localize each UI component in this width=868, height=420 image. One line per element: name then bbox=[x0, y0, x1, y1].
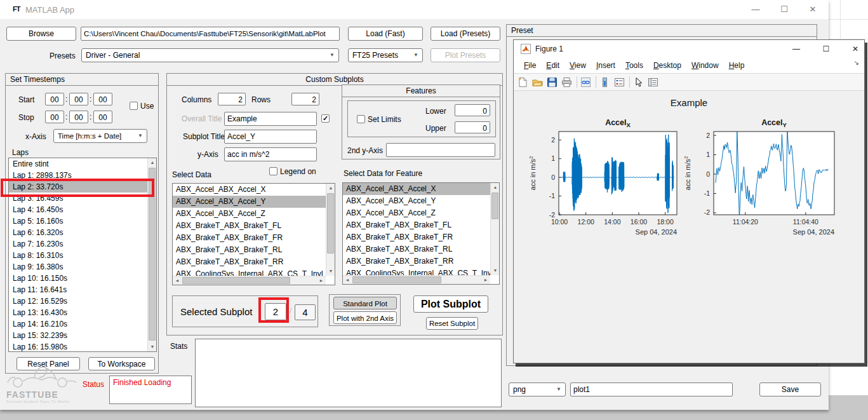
overall-title-checkbox[interactable]: ✓ bbox=[321, 114, 330, 123]
list-item[interactable]: ABX_Accel_ABX_Accel_Y bbox=[343, 195, 490, 207]
figure-minimize-button[interactable]: — bbox=[785, 40, 807, 58]
stop-minutes-field[interactable]: 00 bbox=[69, 111, 88, 123]
list-item[interactable]: ABX_BrakeT_ABX_BrakeT_RL bbox=[173, 244, 326, 256]
legend-on-checkbox[interactable] bbox=[269, 167, 277, 175]
ft25-presets-dropdown[interactable]: FT25 Presets ▼ bbox=[348, 48, 423, 62]
scrollbar-thumb[interactable] bbox=[182, 277, 290, 284]
preset-dropdown[interactable]: Driver - General ▼ bbox=[81, 48, 339, 62]
list-item[interactable]: Lap 10: 16.150s bbox=[9, 273, 147, 284]
scroll-right-icon[interactable]: ► bbox=[481, 276, 490, 285]
list-item[interactable]: ABX_BrakeT_ABX_BrakeT_RL bbox=[343, 243, 490, 255]
new-figure-icon[interactable] bbox=[517, 77, 528, 88]
app-minimize-button[interactable]: — bbox=[742, 0, 770, 19]
overall-title-field[interactable]: Example bbox=[224, 112, 317, 126]
list-item[interactable]: Lap 13: 16.430s bbox=[9, 307, 147, 318]
print-figure-icon[interactable] bbox=[561, 77, 572, 88]
list-item[interactable]: ABX_Accel_ABX_Accel_Z bbox=[173, 208, 326, 220]
menu-desktop[interactable]: Desktop bbox=[648, 58, 686, 74]
reset-subplot-button[interactable]: Reset Subplot bbox=[426, 317, 478, 330]
menu-view[interactable]: View bbox=[564, 58, 591, 74]
save-figure-icon[interactable] bbox=[547, 77, 558, 88]
scroll-down-icon[interactable]: ▼ bbox=[326, 267, 335, 276]
feature-hscrollbar[interactable]: ◄ ► bbox=[343, 275, 490, 284]
app-close-button[interactable]: ✕ bbox=[799, 0, 827, 19]
figure-maximize-button[interactable]: ☐ bbox=[815, 40, 837, 58]
scroll-left-icon[interactable]: ◄ bbox=[343, 276, 352, 285]
list-item[interactable]: Lap 12: 16.529s bbox=[9, 295, 147, 307]
link-plot-icon[interactable] bbox=[580, 77, 591, 88]
list-item[interactable]: Lap 14: 16.210s bbox=[9, 318, 147, 330]
scrollbar-thumb[interactable] bbox=[491, 193, 498, 219]
browse-button[interactable]: Browse bbox=[6, 27, 76, 41]
list-item[interactable]: ABX_Accel_ABX_Accel_X bbox=[343, 183, 490, 195]
list-item[interactable]: Lap 2: 33.720s bbox=[9, 181, 147, 193]
filename-input[interactable]: plot1 bbox=[570, 383, 733, 396]
feature-vscrollbar[interactable]: ▲ ▼ bbox=[490, 183, 499, 275]
save-button[interactable]: Save bbox=[759, 383, 821, 396]
property-inspector-icon[interactable] bbox=[648, 77, 658, 88]
laps-scrollbar[interactable]: ▲ ▼ bbox=[147, 158, 156, 351]
menu-file[interactable]: File bbox=[519, 58, 541, 74]
start-seconds-field[interactable]: 00 bbox=[93, 93, 112, 105]
dock-figure-icon[interactable]: ↘ bbox=[854, 59, 859, 66]
scroll-left-icon[interactable]: ◄ bbox=[173, 276, 182, 285]
subplot-title-field[interactable]: Accel_Y bbox=[224, 130, 317, 144]
select-data-hscrollbar[interactable]: ◄ ► bbox=[173, 276, 326, 285]
list-item[interactable]: ABX_Accel_ABX_Accel_Z bbox=[343, 207, 490, 219]
second-y-axis-field[interactable] bbox=[386, 143, 495, 157]
menu-window[interactable]: Window bbox=[686, 58, 724, 74]
standard-plot-button[interactable]: Standard Plot bbox=[333, 297, 397, 309]
scroll-up-icon[interactable]: ▲ bbox=[491, 183, 500, 192]
figure-close-button[interactable]: ✕ bbox=[845, 40, 866, 58]
scroll-up-icon[interactable]: ▲ bbox=[148, 158, 157, 167]
list-item[interactable]: Lap 4: 16.450s bbox=[9, 204, 147, 215]
stop-hours-field[interactable]: 00 bbox=[45, 111, 64, 123]
scrollbar-thumb[interactable] bbox=[149, 168, 156, 341]
edit-plot-icon[interactable] bbox=[633, 77, 644, 88]
file-path-input[interactable]: C:\Users\Vincent Chau\Documents\Fasttube… bbox=[81, 27, 340, 41]
list-item[interactable]: ABX_Accel_ABX_Accel_Y bbox=[173, 196, 326, 208]
list-item[interactable]: Lap 6: 16.320s bbox=[9, 227, 147, 238]
plot-presets-button[interactable]: Plot Presets bbox=[431, 48, 500, 62]
list-item[interactable]: ABX_BrakeT_ABX_BrakeT_FR bbox=[343, 231, 490, 243]
start-hours-field[interactable]: 00 bbox=[45, 93, 64, 105]
scrollbar-thumb[interactable] bbox=[352, 276, 441, 283]
menu-help[interactable]: Help bbox=[724, 58, 750, 74]
list-item[interactable]: ABX_BrakeT_ABX_BrakeT_FR bbox=[173, 232, 326, 244]
menu-insert[interactable]: Insert bbox=[591, 58, 620, 74]
list-item[interactable]: Lap 9: 16.380s bbox=[9, 261, 147, 273]
list-item[interactable]: Lap 15: 32.239s bbox=[9, 330, 147, 341]
menu-edit[interactable]: Edit bbox=[541, 58, 564, 74]
load-presets-button[interactable]: Load (Presets) bbox=[431, 27, 500, 41]
plot-with-2nd-axis-button[interactable]: Plot with 2nd Axis bbox=[333, 311, 397, 324]
lower-field[interactable]: 0 bbox=[455, 104, 490, 116]
columns-field[interactable]: 2 bbox=[218, 93, 246, 105]
y-axis-field[interactable]: acc in m/s^2 bbox=[224, 147, 317, 161]
app-maximize-button[interactable]: ☐ bbox=[770, 0, 798, 19]
list-item[interactable]: Lap 1: 2898.137s bbox=[9, 170, 147, 181]
subplot-current-field[interactable]: 2 bbox=[265, 303, 286, 320]
list-item[interactable]: Entire stint bbox=[9, 158, 147, 170]
insert-colorbar-icon[interactable] bbox=[599, 77, 610, 88]
list-item[interactable]: Lap 8: 16.310s bbox=[9, 250, 147, 261]
list-item[interactable]: Lap 3: 16.459s bbox=[9, 193, 147, 204]
list-item[interactable]: ABX_BrakeT_ABX_BrakeT_RR bbox=[173, 256, 326, 268]
list-item[interactable]: Lap 5: 16.160s bbox=[9, 215, 147, 227]
scroll-down-icon[interactable]: ▼ bbox=[148, 342, 157, 351]
rows-field[interactable]: 2 bbox=[291, 93, 319, 105]
scrollbar-thumb[interactable] bbox=[327, 193, 334, 254]
to-workspace-button[interactable]: To Workspace bbox=[88, 357, 155, 370]
insert-legend-icon[interactable] bbox=[614, 77, 625, 88]
x-axis-dropdown[interactable]: Time [h:m:s + Date] ▼ bbox=[53, 129, 147, 143]
upper-field[interactable]: 0 bbox=[455, 121, 490, 133]
list-item[interactable]: ABX_BrakeT_ABX_BrakeT_FL bbox=[343, 219, 490, 231]
start-minutes-field[interactable]: 00 bbox=[69, 93, 88, 105]
list-item[interactable]: ABX_BrakeT_ABX_BrakeT_FL bbox=[173, 220, 326, 232]
scroll-up-icon[interactable]: ▲ bbox=[326, 184, 335, 193]
load-fast-button[interactable]: Load (Fast) bbox=[348, 27, 423, 41]
list-item[interactable]: Lap 11: 16.641s bbox=[9, 284, 147, 295]
set-limits-checkbox[interactable] bbox=[357, 115, 365, 123]
list-item[interactable]: ABX_CoolingSys_Internal_ABX_CS_T_InvL bbox=[173, 268, 326, 276]
scroll-right-icon[interactable]: ► bbox=[317, 276, 326, 285]
select-data-vscrollbar[interactable]: ▲ ▼ bbox=[326, 184, 335, 276]
